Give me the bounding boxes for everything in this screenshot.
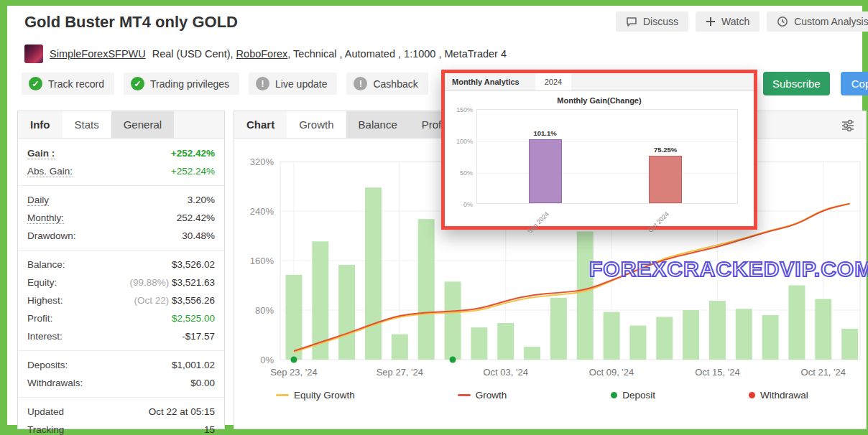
stat-row-tracking: Tracking 15: [27, 421, 215, 435]
y-tick-label: 0%: [260, 355, 274, 365]
stat-row-equity: Equity: (99.88%) $3,521.63: [27, 273, 215, 291]
account-details: Real (USD Cent), RoboForex, Technical , …: [152, 48, 507, 60]
chart-settings-icon[interactable]: [840, 118, 856, 136]
growth-bar: [841, 329, 858, 360]
check-icon: ✓: [29, 77, 42, 90]
chart-legend: Equity Growth Growth Deposit Withdrawal: [234, 390, 867, 401]
x-tick-label: Oct 21, '24: [801, 367, 846, 378]
x-tick-label: Sep 27, '24: [377, 367, 423, 378]
monthly-gain-bar: [649, 156, 682, 203]
stat-row-abs-gain: Abs. Gain: +252.24%: [27, 162, 215, 180]
clock-icon: [777, 16, 788, 27]
bar-value-label: 101.1%: [517, 129, 574, 137]
legend-equity-growth[interactable]: Equity Growth: [276, 390, 355, 401]
popup-title: Monthly Analytics: [445, 73, 520, 90]
custom-analysis-button[interactable]: Custom Analysis: [767, 11, 868, 32]
tab-stats[interactable]: Stats: [63, 111, 111, 138]
plus-icon: [706, 17, 716, 27]
cta-row: Subscribe Copy: [763, 72, 868, 95]
stat-row-balance: Balance: $3,526.02: [27, 256, 215, 273]
growth-bar: [577, 231, 594, 360]
account-name-link[interactable]: SimpleForexSFPWU: [50, 48, 146, 60]
growth-bar: [338, 265, 355, 360]
badge-live-update[interactable]: ! Live update: [249, 72, 337, 95]
growth-bar: [788, 286, 805, 360]
watch-button[interactable]: Watch: [696, 11, 760, 32]
y-tick-label: 150%: [456, 106, 473, 113]
divider: [18, 250, 224, 251]
deposit-dot-swatch: [611, 392, 617, 398]
divider: [18, 350, 224, 351]
x-tick-label: Sep 23, '24: [270, 367, 317, 378]
broker-link[interactable]: RoboForex: [236, 48, 288, 60]
growth-bar: [550, 298, 567, 360]
tab-balance[interactable]: Balance: [346, 111, 410, 138]
stat-row-highest: Highest: (Oct 22) $3,556.26: [27, 291, 215, 309]
x-tick-label: Oct 03, '24: [483, 367, 527, 378]
growth-bar: [392, 335, 408, 360]
x-tick-label: Oct 09, '24: [589, 367, 634, 378]
copy-button[interactable]: Copy: [841, 72, 868, 95]
stat-row-withdrawals: Withdrawals: $0.00: [27, 374, 215, 392]
withdrawal-dot-swatch: [749, 392, 755, 398]
page: Gold Buster MT4 only GOLD Discuss Watch: [0, 0, 868, 435]
account-avatar[interactable]: [24, 45, 43, 63]
legend-withdrawal[interactable]: Withdrawal: [749, 390, 808, 401]
stat-row-deposits: Deposits: $1,001.02: [27, 356, 215, 374]
growth-line-swatch: [458, 394, 471, 396]
stats-body: Gain : +252.42% Abs. Gain: +252.24% Dail…: [18, 139, 224, 435]
stats-card: Info Stats General Gain : +252.42% Abs. …: [17, 111, 225, 429]
growth-bar: [445, 281, 461, 360]
tab-info[interactable]: Info: [18, 111, 63, 138]
y-tick-label: 0%: [463, 201, 473, 208]
growth-bar: [497, 323, 514, 360]
exclamation-icon: !: [256, 77, 269, 90]
divider: [18, 397, 224, 398]
popup-year-tab[interactable]: 2024: [535, 73, 571, 90]
chat-icon: [626, 16, 637, 27]
growth-bar: [524, 347, 540, 360]
stat-row-drawdown: Drawdown: 30.48%: [27, 227, 215, 245]
y-tick-label: 80%: [255, 305, 274, 316]
monthly-gain-plot: 0%50%100%150%101.1%Sep 202475.25%Oct 202…: [476, 109, 738, 204]
stat-row-updated: Updated Oct 22 at 05:15: [27, 403, 215, 421]
check-icon: ✓: [131, 77, 144, 90]
y-tick-label: 160%: [250, 256, 274, 266]
subscribe-button[interactable]: Subscribe: [763, 72, 830, 95]
discuss-button[interactable]: Discuss: [616, 11, 688, 32]
stat-row-gain: Gain : +252.42%: [27, 144, 215, 162]
popup-header: Monthly Analytics 2024: [445, 73, 754, 91]
y-tick-label: 100%: [456, 138, 473, 145]
tab-growth[interactable]: Growth: [287, 111, 346, 138]
page-canvas: Gold Buster MT4 only GOLD Discuss Watch: [7, 6, 862, 425]
tab-chart[interactable]: Chart: [234, 111, 287, 138]
monthly-gain-chart-title: Monthly Gain(Change): [445, 96, 754, 105]
growth-bar: [656, 317, 673, 360]
header-actions: Discuss Watch Custom Analysis: [616, 11, 868, 32]
growth-bar: [365, 187, 382, 360]
deposit-marker: [450, 357, 456, 363]
exclamation-icon: !: [354, 77, 367, 90]
h-gridline: [477, 173, 737, 174]
growth-bar: [815, 299, 831, 360]
equity-line-swatch: [276, 394, 289, 396]
account-row: SimpleForexSFPWU Real (USD Cent), RoboFo…: [24, 45, 507, 63]
divider: [18, 185, 224, 186]
legend-growth[interactable]: Growth: [458, 390, 507, 401]
monthly-gain-bar: [529, 139, 562, 203]
growth-bar: [471, 327, 487, 360]
stat-row-profit: Profit: $2,525.00: [27, 309, 215, 327]
deposit-marker: [291, 357, 297, 363]
badge-track-record[interactable]: ✓ Track record: [22, 72, 114, 95]
badge-cashback[interactable]: ! Cashback: [346, 72, 428, 95]
legend-deposit[interactable]: Deposit: [611, 390, 655, 401]
badge-trading-privileges[interactable]: ✓ Trading privileges: [124, 72, 239, 95]
growth-bar: [709, 301, 726, 360]
x-tick-label: Oct 15, '24: [695, 367, 739, 378]
h-gridline: [477, 141, 737, 142]
tab-general[interactable]: General: [111, 111, 174, 138]
growth-bar: [629, 326, 646, 360]
y-tick-label: 50%: [460, 169, 473, 177]
y-tick-label: 240%: [250, 206, 274, 217]
monthly-analytics-popup: Monthly Analytics 2024 Monthly Gain(Chan…: [441, 70, 757, 230]
